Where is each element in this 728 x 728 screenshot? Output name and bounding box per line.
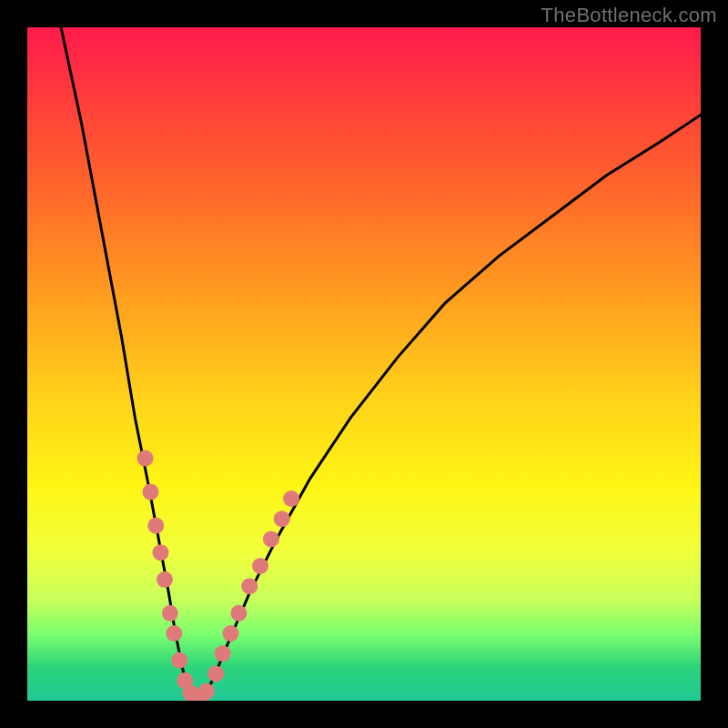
marker-dot bbox=[207, 665, 224, 682]
marker-dot bbox=[171, 652, 187, 669]
marker-dot bbox=[252, 558, 268, 574]
marker-dot bbox=[241, 578, 258, 594]
marker-dot bbox=[230, 605, 247, 622]
marker-dot bbox=[157, 571, 173, 588]
curve-layer bbox=[27, 27, 701, 701]
bottleneck-curve bbox=[61, 27, 701, 701]
curve-path-group bbox=[61, 27, 701, 701]
marker-dot bbox=[166, 625, 182, 642]
marker-dot bbox=[263, 531, 279, 547]
marker-dot bbox=[274, 511, 290, 527]
marker-dots bbox=[137, 450, 300, 701]
marker-dot bbox=[142, 484, 158, 500]
marker-dot bbox=[147, 518, 164, 534]
marker-dot bbox=[215, 645, 231, 662]
watermark-text: TheBottleneck.com bbox=[541, 4, 717, 27]
marker-dot bbox=[198, 683, 215, 700]
marker-dot bbox=[283, 490, 299, 507]
marker-dot bbox=[223, 625, 239, 642]
marker-dot bbox=[153, 544, 169, 561]
outer-frame: TheBottleneck.com bbox=[0, 0, 728, 728]
plot-area bbox=[27, 27, 701, 701]
marker-dot bbox=[162, 605, 178, 622]
marker-dot bbox=[137, 450, 154, 467]
